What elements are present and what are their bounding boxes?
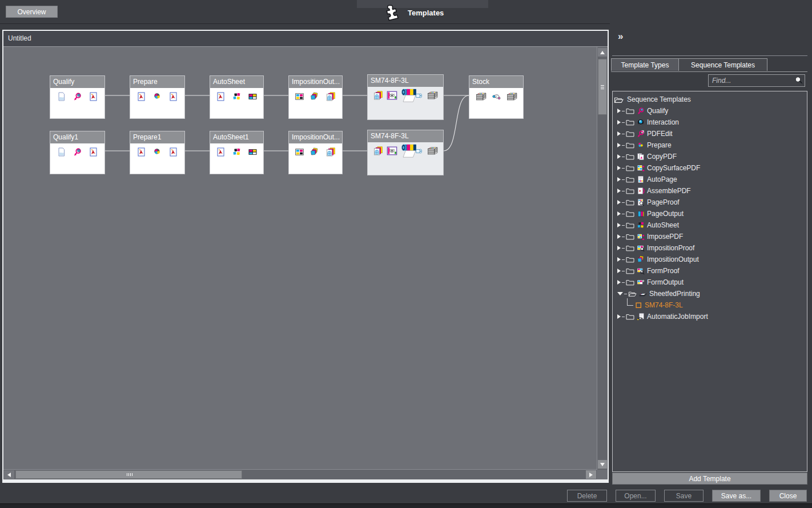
- pageproof-type-icon: [637, 198, 645, 206]
- pdf-icon: [136, 92, 146, 101]
- tree-root[interactable]: Sequence Templates: [613, 94, 807, 105]
- workflow-node-autosheet[interactable]: AutoSheet: [210, 75, 264, 119]
- vertical-scrollbar[interactable]: [597, 47, 608, 470]
- pdf-icon: [168, 147, 178, 157]
- horizontal-scroll-thumb[interactable]: [15, 470, 242, 479]
- close-button[interactable]: Close: [769, 490, 807, 502]
- node-title: ImpositionOut...: [289, 131, 342, 143]
- preview-icon: [387, 146, 397, 155]
- overview-button[interactable]: Overview: [6, 6, 58, 18]
- paper-stack-icon: [426, 91, 439, 100]
- tree-connector: [622, 317, 625, 317]
- workflow-node-impositionout-row2[interactable]: ImpositionOut...: [288, 131, 343, 174]
- delete-button[interactable]: Delete: [567, 490, 607, 502]
- expand-arrow-icon[interactable]: [617, 143, 621, 147]
- expand-arrow-icon[interactable]: [617, 177, 621, 182]
- folder-icon: [626, 233, 634, 240]
- sheet-cmyk-icon: [232, 147, 242, 157]
- collapse-panel-button[interactable]: »: [618, 31, 623, 41]
- folder-icon: [626, 267, 634, 274]
- scroll-up-button[interactable]: [598, 48, 607, 57]
- tree-connector: [622, 282, 625, 283]
- expand-arrow-icon[interactable]: [617, 280, 621, 285]
- expand-arrow-icon[interactable]: [617, 314, 621, 319]
- template-square-icon: [636, 302, 642, 309]
- tree-item-prepare[interactable]: Prepare: [613, 139, 807, 151]
- tree-item-label: AssemblePDF: [647, 187, 691, 195]
- tree-item-automaticjobimport[interactable]: AutomaticJobImport: [613, 311, 807, 322]
- folder-icon: [626, 313, 634, 320]
- expand-arrow-icon[interactable]: [617, 269, 621, 273]
- search-icon[interactable]: [794, 76, 803, 85]
- tree-item-interaction[interactable]: Interaction: [613, 117, 807, 128]
- tree-item-qualify[interactable]: Qualify: [613, 105, 807, 117]
- expand-arrow-icon[interactable]: [617, 234, 621, 239]
- scroll-left-button[interactable]: [4, 470, 14, 479]
- imposepdf-type-icon: [637, 233, 645, 241]
- node-title: SM74-8F-3L: [368, 75, 443, 87]
- tree-item-copysurfacepdf[interactable]: CopySurfacePDF: [613, 162, 807, 174]
- workflow-node-qualify[interactable]: Qualify: [50, 75, 105, 119]
- tree-connector: [622, 111, 625, 111]
- tree-item-label: PageOutput: [647, 210, 684, 218]
- node-icon-row: [368, 143, 443, 159]
- tree-item-autopage[interactable]: AutoPage: [613, 174, 807, 185]
- tree-item-impositionproof[interactable]: ImpositionProof: [613, 242, 807, 254]
- workflow-canvas[interactable]: QualifyPrepareAutoSheetImpositionOut...S…: [3, 47, 597, 470]
- sheets-cmy-icon: [309, 92, 319, 101]
- expand-arrow-icon[interactable]: [617, 246, 621, 250]
- open-button[interactable]: Open...: [616, 490, 656, 502]
- expand-arrow-icon[interactable]: [617, 223, 621, 227]
- tree-item-label: ImpositionOutput: [647, 255, 699, 263]
- workflow-node-sm74-8f-3l-row2[interactable]: SM74-8F-3L: [367, 130, 444, 175]
- expand-arrow-icon[interactable]: [617, 154, 621, 159]
- expand-arrow-icon[interactable]: [617, 189, 621, 193]
- tree-item-label: FormProof: [647, 267, 680, 275]
- expand-arrow-icon[interactable]: [617, 211, 621, 216]
- tab-template-types[interactable]: Template Types: [611, 58, 679, 71]
- node-icon-row: [50, 89, 104, 105]
- scroll-down-button[interactable]: [598, 460, 607, 469]
- tree-item-pageoutput[interactable]: PageOutput: [613, 208, 807, 219]
- tree-item-impositionoutput[interactable]: ImpositionOutput: [613, 254, 807, 265]
- workflow-node-prepare1-row2[interactable]: Prepare1: [130, 131, 185, 174]
- collapse-arrow-icon[interactable]: [617, 292, 623, 295]
- tree-connector: [622, 271, 625, 271]
- formproof-type-icon: [637, 267, 645, 275]
- find-input[interactable]: [708, 74, 805, 87]
- tree-item-copypdf[interactable]: CopyPDF: [613, 151, 807, 162]
- tree-item-imposepdf[interactable]: ImposePDF: [613, 231, 807, 242]
- expand-arrow-icon[interactable]: [617, 120, 621, 125]
- vertical-scroll-thumb[interactable]: [598, 59, 607, 115]
- tree-item-assemblepdf[interactable]: AssemblePDF: [613, 185, 807, 197]
- tree-item-sm74-8f-3l[interactable]: SM74-8F-3L: [613, 299, 807, 311]
- tree-item-formproof[interactable]: FormProof: [613, 265, 807, 277]
- expand-arrow-icon[interactable]: [617, 131, 621, 136]
- tree-item-formoutput[interactable]: FormOutput: [613, 277, 807, 288]
- tree-item-pdfedit[interactable]: PDFEdit: [613, 128, 807, 139]
- imposition-cmyk-icon: [295, 147, 304, 157]
- save-button[interactable]: Save: [664, 490, 704, 502]
- tree-item-pageproof[interactable]: PageProof: [613, 197, 807, 208]
- arrow-down-icon: [600, 463, 605, 466]
- expand-arrow-icon[interactable]: [617, 109, 621, 113]
- save-as-button[interactable]: Save as...: [712, 490, 761, 502]
- folder-icon: [626, 187, 634, 194]
- tree-item-autosheet[interactable]: AutoSheet: [613, 219, 807, 231]
- scroll-right-button[interactable]: [586, 470, 596, 479]
- add-template-button[interactable]: Add Template: [612, 473, 807, 485]
- workflow-node-autosheet1-row2[interactable]: AutoSheet1: [210, 131, 264, 174]
- workflow-node-prepare[interactable]: Prepare: [130, 75, 185, 119]
- expand-arrow-icon[interactable]: [617, 166, 621, 170]
- tab-sequence-templates[interactable]: Sequence Templates: [679, 58, 767, 71]
- expand-arrow-icon[interactable]: [617, 257, 621, 262]
- workflow-node-impositionout[interactable]: ImpositionOut...: [288, 75, 343, 119]
- expand-arrow-icon[interactable]: [617, 200, 621, 205]
- workflow-node-sm74-8f-3l[interactable]: SM74-8F-3L: [367, 74, 444, 120]
- workflow-node-qualify1-row2[interactable]: Qualify1: [50, 131, 105, 174]
- tree-item-sheetfedprinting[interactable]: SheetfedPrinting: [613, 288, 807, 299]
- folder-icon: [626, 107, 634, 114]
- workflow-node-stock[interactable]: Stock: [469, 75, 524, 119]
- horizontal-scrollbar[interactable]: [3, 469, 597, 479]
- copypdf-type-icon: [637, 153, 645, 161]
